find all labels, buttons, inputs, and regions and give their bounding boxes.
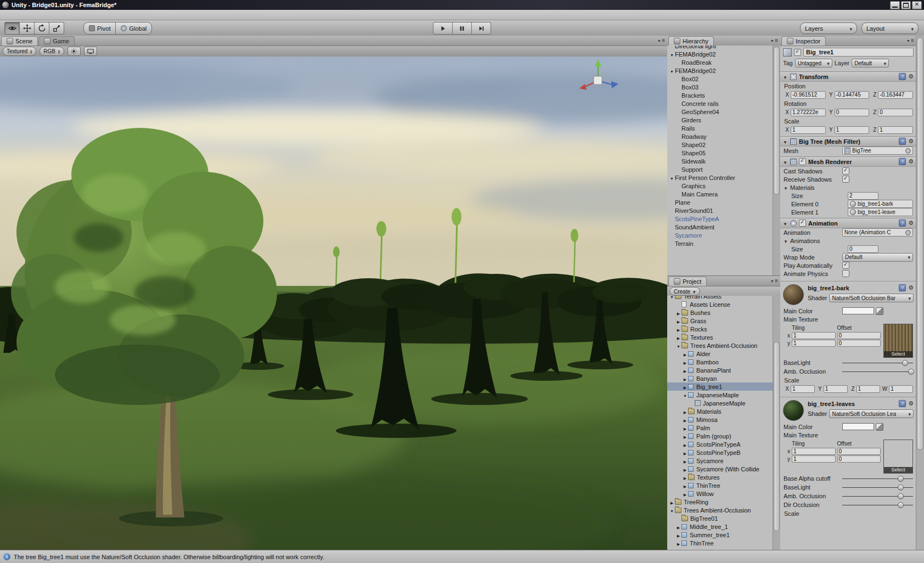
hierarchy-item[interactable]: Plane [667, 198, 773, 206]
tab-inspector[interactable]: Inspector [781, 36, 826, 46]
help-icon[interactable] [899, 400, 906, 407]
project-asset-item[interactable]: Mimosa [667, 415, 773, 424]
slider-track[interactable] [842, 475, 913, 482]
global-button[interactable]: Global [116, 22, 152, 35]
foldout-arrow-icon[interactable] [682, 367, 688, 374]
hierarchy-item[interactable]: Roadway [667, 132, 773, 140]
channels-dropdown[interactable]: RGB [40, 47, 64, 56]
project-asset-item[interactable]: JapaneseMaple [667, 391, 773, 399]
hierarchy-item[interactable]: ScotsPineTypeA [667, 215, 773, 223]
foldout-arrow-icon[interactable] [675, 334, 681, 341]
rotation-y-field[interactable]: 0 [835, 109, 870, 116]
foldout-arrow-icon[interactable] [669, 51, 675, 58]
hierarchy-item[interactable]: Concrete rails [667, 99, 773, 108]
hierarchy-item[interactable]: Shape05 [667, 149, 773, 157]
object-picker-icon[interactable] [905, 230, 911, 235]
foldout-arrow-icon[interactable] [669, 499, 675, 505]
offset-y-field[interactable]: 0 [837, 455, 881, 463]
foldout-arrow-icon[interactable] [675, 523, 681, 530]
project-scrollbar[interactable] [773, 296, 780, 550]
play-automatically-checkbox[interactable] [842, 262, 849, 269]
layout-dropdown[interactable]: Layout [861, 22, 919, 34]
hierarchy-item[interactable]: Rails [667, 124, 773, 132]
project-asset-item[interactable]: Grass [667, 317, 773, 325]
foldout-arrow-icon[interactable] [675, 326, 681, 333]
project-asset-item[interactable]: Trees Ambient-Occlusion [667, 341, 773, 350]
gear-icon[interactable] [908, 158, 914, 165]
offset-y-field[interactable]: 0 [837, 340, 881, 347]
view-tab[interactable]: Scene [1, 36, 38, 46]
hierarchy-item[interactable]: Directional light [667, 46, 773, 50]
project-asset-item[interactable]: TreeRing [667, 498, 773, 506]
animation-component-header[interactable]: Animation [780, 218, 916, 228]
hierarchy-item[interactable]: FEMABridge02 [667, 66, 773, 75]
maximize-button[interactable] [901, 1, 911, 9]
foldout-arrow-icon[interactable] [669, 174, 675, 181]
gear-icon[interactable] [908, 219, 914, 227]
view-tool-button[interactable] [4, 22, 20, 35]
scene-viewport[interactable] [0, 57, 667, 550]
foldout-arrow-icon[interactable] [675, 540, 681, 547]
animation-object-field[interactable]: None (Animation C [842, 228, 913, 237]
component-enabled-checkbox[interactable] [799, 158, 806, 165]
foldout-arrow-icon[interactable] [669, 67, 675, 74]
color-picker-icon[interactable] [876, 307, 883, 315]
offset-x-field[interactable]: 0 [837, 332, 881, 339]
create-button[interactable]: Create [669, 287, 700, 296]
step-button[interactable] [472, 22, 491, 35]
project-asset-item[interactable]: Trees Ambient-Occlusion [667, 506, 773, 514]
foldout-arrow-icon[interactable] [682, 375, 688, 382]
hierarchy-item[interactable]: Sidewalk [667, 157, 773, 165]
game-overlay-toggle[interactable] [84, 47, 97, 56]
rotation-x-field[interactable]: 1.272222e [791, 109, 826, 116]
materials-size-field[interactable]: 2 [848, 192, 878, 200]
project-asset-item[interactable]: Textures [667, 473, 773, 481]
scale-z-field[interactable]: 1 [878, 126, 913, 134]
hierarchy-scrollbar[interactable] [773, 46, 780, 275]
rotate-tool-button[interactable] [35, 22, 49, 35]
position-y-field[interactable]: -0.144745 [835, 91, 870, 99]
select-button[interactable]: Select [884, 467, 912, 473]
project-asset-item[interactable]: Terrain Assets [667, 296, 773, 300]
position-z-field[interactable]: -0.163447 [878, 91, 913, 99]
foldout-arrow-icon[interactable] [675, 309, 681, 316]
texture-thumbnail[interactable]: Select [883, 324, 913, 358]
mesh-object-field[interactable]: BigTree [842, 147, 913, 155]
material-preview-sphere[interactable] [783, 284, 804, 305]
material-scale-y-field[interactable]: 1 [824, 385, 848, 393]
tiling-y-field[interactable]: 1 [792, 340, 836, 347]
project-asset-item[interactable]: BigTree01 [667, 514, 773, 522]
panel-menu-icon[interactable] [658, 37, 665, 43]
receive-shadows-checkbox[interactable] [842, 176, 849, 183]
slider-track[interactable] [842, 368, 913, 375]
project-asset-item[interactable]: Sycamore (With Collide [667, 465, 773, 473]
foldout-arrow-icon[interactable] [783, 74, 788, 80]
help-icon[interactable] [899, 219, 906, 227]
foldout-arrow-icon[interactable] [682, 392, 688, 398]
scrollbar-thumb[interactable] [774, 47, 780, 195]
project-asset-item[interactable]: Materials [667, 407, 773, 415]
slider-knob[interactable] [898, 485, 904, 491]
foldout-arrow-icon[interactable] [682, 449, 688, 456]
animations-size-field[interactable]: 0 [848, 245, 878, 253]
hierarchy-item[interactable]: GeoSphere04 [667, 108, 773, 116]
project-asset-item[interactable]: Bushes [667, 308, 773, 317]
slider-track[interactable] [842, 484, 913, 491]
scale-tool-button[interactable] [49, 22, 64, 35]
tab-project[interactable]: Project [668, 277, 707, 286]
project-asset-item[interactable]: Summer_tree1 [667, 531, 773, 539]
tab-hierarchy[interactable]: Hierarchy [668, 36, 714, 46]
foldout-arrow-icon[interactable] [682, 458, 688, 464]
foldout-arrow-icon[interactable] [783, 220, 788, 227]
project-asset-item[interactable]: ThinTree [667, 481, 773, 489]
foldout-arrow-icon[interactable] [682, 425, 688, 431]
foldout-arrow-icon[interactable] [669, 507, 675, 514]
slider-track[interactable] [842, 493, 913, 499]
position-x-field[interactable]: -0.961512 [791, 91, 826, 99]
project-asset-item[interactable]: Palm (group) [667, 432, 773, 440]
offset-x-field[interactable]: 0 [837, 448, 881, 455]
scrollbar-thumb[interactable] [917, 37, 923, 450]
animate-physics-checkbox[interactable] [842, 270, 849, 277]
cast-shadows-checkbox[interactable] [842, 167, 849, 174]
scrollbar-thumb[interactable] [774, 342, 780, 531]
